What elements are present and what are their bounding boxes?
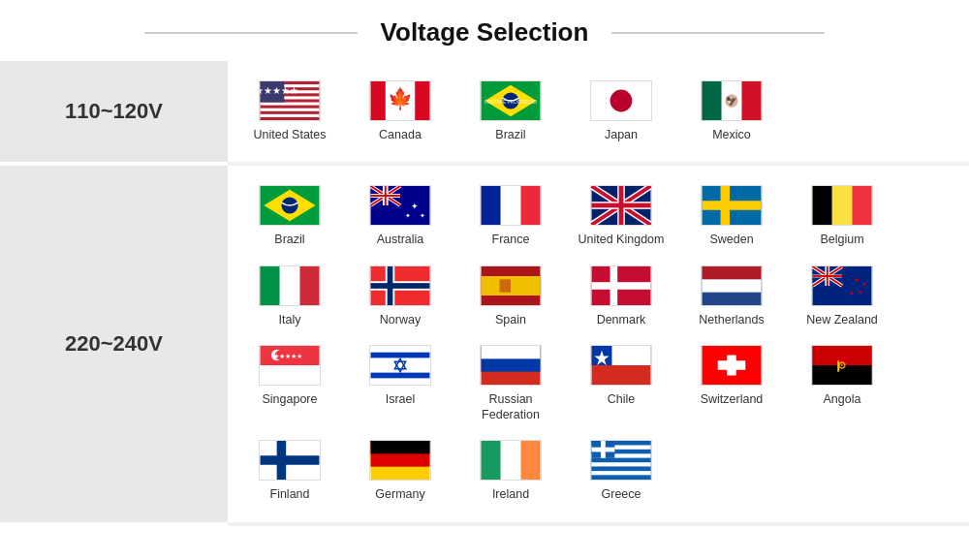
country-angola: ⚙ Angola	[790, 341, 894, 427]
country-japan: Japan	[569, 77, 673, 146]
country-australia: ✦ ✦ ✦ Australia	[348, 181, 453, 251]
country-netherlands: Netherlands	[679, 262, 784, 331]
svg-rect-96	[371, 372, 430, 378]
country-greece: Greece	[569, 436, 673, 506]
countries-220: Brazil	[228, 164, 969, 523]
svg-rect-65	[388, 266, 393, 305]
svg-rect-51	[619, 186, 624, 225]
svg-rect-57	[852, 186, 871, 225]
country-germany: Germany	[348, 436, 453, 506]
country-russia: Russian Federation	[458, 341, 563, 427]
country-canada: 🍁 Canada	[348, 77, 453, 146]
country-brazil-220: Brazil	[237, 181, 342, 251]
voltage-label-220: 220~240V	[0, 164, 228, 523]
svg-rect-122	[482, 441, 501, 480]
svg-rect-10	[371, 81, 386, 120]
country-sweden: Sweden	[679, 181, 784, 251]
country-france: France	[458, 181, 563, 251]
svg-rect-94	[371, 346, 430, 385]
voltage-row-220: 220~240V Brazil	[0, 164, 969, 523]
svg-text:✦: ✦	[405, 213, 411, 220]
svg-text:✦: ✦	[420, 213, 425, 220]
svg-rect-4	[261, 103, 320, 106]
svg-text:🍁: 🍁	[388, 86, 414, 111]
svg-text:✦: ✦	[861, 280, 867, 287]
svg-rect-95	[371, 352, 430, 358]
svg-rect-21	[703, 81, 722, 120]
svg-rect-11	[415, 81, 429, 120]
country-brazil-110: ORDEM E PROGRESSO Brazil	[458, 77, 563, 146]
svg-rect-135	[592, 448, 615, 452]
svg-rect-60	[261, 266, 280, 305]
country-united-kingdom: United Kingdom	[569, 181, 673, 251]
svg-rect-132	[592, 476, 651, 480]
svg-text:✦: ✦	[858, 288, 863, 295]
svg-point-18	[610, 90, 633, 112]
svg-text:✦: ✦	[854, 276, 860, 285]
svg-text:✦: ✦	[411, 202, 419, 211]
svg-rect-53	[703, 201, 762, 210]
svg-rect-5	[261, 109, 320, 111]
voltage-row-110: 110~120V	[0, 61, 969, 164]
svg-rect-64	[371, 283, 430, 289]
country-norway: Norway	[348, 262, 453, 331]
svg-rect-70	[592, 282, 651, 290]
svg-rect-101	[482, 346, 541, 358]
country-switzerland: Switzerland	[679, 341, 784, 427]
country-denmark: Denmark	[569, 262, 673, 331]
svg-rect-68	[500, 279, 511, 292]
country-mexico: 🦅 Mexico	[679, 77, 784, 146]
svg-rect-6	[261, 114, 320, 117]
svg-rect-115	[261, 455, 320, 465]
svg-rect-74	[703, 266, 762, 279]
svg-rect-131	[592, 471, 651, 475]
country-italy: Italy	[237, 262, 342, 331]
svg-rect-128	[592, 458, 651, 462]
country-united-states: ★★★★★★ United States	[237, 77, 342, 146]
country-belgium: Belgium	[790, 181, 894, 251]
svg-rect-71	[610, 266, 618, 305]
country-spain: Spain	[458, 262, 563, 331]
voltage-table: 110~120V	[0, 61, 969, 526]
svg-text:★★★★★★: ★★★★★★	[259, 85, 298, 96]
svg-rect-108	[718, 360, 746, 370]
svg-rect-116	[277, 441, 287, 480]
svg-rect-129	[592, 462, 651, 466]
country-singapore: ★★★★★ Singapore	[237, 341, 342, 427]
page-title: Voltage Selection	[0, 0, 969, 61]
countries-110: ★★★★★★ United States	[228, 61, 969, 164]
svg-text:🦅: 🦅	[726, 96, 737, 108]
svg-rect-54	[721, 186, 731, 225]
svg-text:ORDEM E PROGRESSO: ORDEM E PROGRESSO	[484, 100, 537, 105]
voltage-label-110: 110~120V	[0, 61, 228, 164]
svg-rect-56	[813, 186, 832, 225]
svg-text:★★★★★: ★★★★★	[273, 353, 302, 359]
country-new-zealand: ✦ ✦ ✦ ✦ New Zealand	[790, 262, 894, 331]
country-israel: Israel	[348, 341, 453, 427]
svg-rect-119	[371, 441, 430, 453]
country-chile: Chile	[569, 341, 673, 427]
svg-rect-42	[482, 186, 501, 225]
country-ireland: Ireland	[458, 436, 563, 506]
country-finland: Finland	[237, 436, 342, 506]
svg-text:✦: ✦	[849, 290, 855, 296]
svg-rect-130	[592, 467, 651, 471]
